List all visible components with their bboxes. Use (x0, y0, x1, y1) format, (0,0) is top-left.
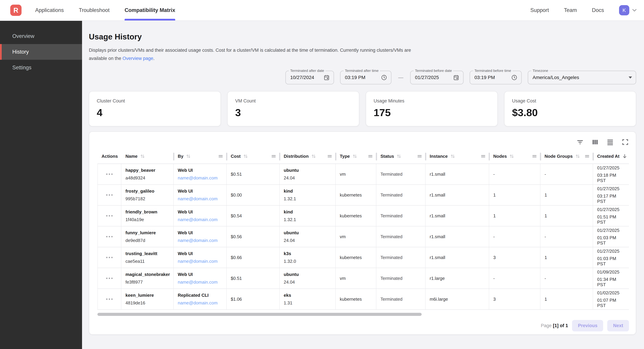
row-actions-button[interactable] (98, 185, 121, 205)
column-header-distribution[interactable]: Distribution (280, 149, 336, 164)
cell-instance: m6i.large (426, 289, 489, 309)
dropdown-arrow-icon[interactable] (628, 76, 632, 78)
sort-icon[interactable] (450, 154, 455, 159)
row-actions-button[interactable] (98, 268, 121, 289)
column-header-created-at[interactable]: Created At (593, 149, 629, 164)
calendar-icon[interactable] (323, 74, 330, 81)
row-actions-button[interactable] (98, 247, 121, 268)
sidebar: Overview History Settings (0, 21, 82, 349)
sort-icon[interactable] (243, 154, 248, 159)
sidebar-item-history[interactable]: History (0, 44, 82, 60)
column-menu-icon[interactable] (218, 154, 223, 158)
cell-type: vm (336, 268, 376, 289)
stat-value: $3.80 (512, 107, 628, 118)
column-header-instance[interactable]: Instance (426, 149, 489, 164)
sort-icon[interactable] (396, 154, 402, 159)
terminated-before-date-field[interactable]: Terminated before date 01/27/2025 (410, 71, 464, 84)
tab-troubleshoot[interactable]: Troubleshoot (79, 0, 110, 20)
replicated-logo[interactable]: R (10, 4, 22, 16)
field-value: 10/27/2024 (290, 75, 321, 80)
sidebar-item-overview[interactable]: Overview (0, 28, 82, 44)
tab-applications[interactable]: Applications (35, 0, 64, 20)
column-header-type[interactable]: Type (336, 149, 376, 164)
email-link[interactable]: name@domain.com (178, 259, 222, 264)
column-header-name[interactable]: Name (121, 149, 174, 164)
scrollbar-thumb[interactable] (98, 313, 422, 316)
field-value: 03:19 PM (474, 75, 508, 80)
clock-icon[interactable] (381, 74, 387, 81)
nav-link-team[interactable]: Team (564, 7, 577, 13)
calendar-icon[interactable] (453, 74, 460, 81)
email-link[interactable]: name@domain.com (178, 196, 222, 201)
nav-link-docs[interactable]: Docs (592, 7, 604, 13)
column-header-cost[interactable]: Cost (227, 149, 280, 164)
sort-icon[interactable] (352, 154, 358, 159)
table-row: happy_beavera48d9324Web UIname@domain.co… (98, 164, 629, 185)
columns-icon[interactable] (591, 138, 599, 146)
row-actions-button[interactable] (98, 206, 121, 226)
account-menu[interactable]: K (619, 5, 638, 15)
column-menu-icon[interactable] (417, 154, 422, 158)
sort-icon[interactable] (509, 154, 514, 159)
filter-icon[interactable] (576, 138, 584, 146)
sort-icon[interactable] (186, 154, 191, 159)
email-link[interactable]: name@domain.com (178, 280, 222, 285)
column-menu-icon[interactable] (481, 154, 486, 158)
column-header-status[interactable]: Status (376, 149, 426, 164)
sort-desc-icon[interactable] (622, 153, 628, 159)
cell-cost: $0.51 (227, 164, 280, 184)
column-header-by[interactable]: By (174, 149, 227, 164)
next-page-button[interactable]: Next (607, 320, 629, 332)
cell-status: Terminated (376, 268, 426, 289)
more-options-icon (106, 278, 113, 279)
cell-name: funny_lumierede9ed87d (121, 226, 174, 247)
cell-instance: r1.small (426, 164, 489, 184)
row-actions-button[interactable] (98, 289, 121, 309)
email-link[interactable]: name@domain.com (178, 217, 222, 222)
cell-by: Web UIname@domain.com (174, 268, 227, 289)
cell-nodes: - (489, 226, 540, 247)
cell-cost: $0.51 (227, 268, 280, 289)
previous-page-button[interactable]: Previous (572, 320, 603, 332)
nav-link-support[interactable]: Support (530, 7, 549, 13)
cell-created-at: 01/27/202501:03 PM PST (593, 247, 629, 268)
terminated-after-date-field[interactable]: Terminated after date 10/27/2024 (286, 71, 334, 84)
top-nav: R Applications Troubleshoot Compatibilit… (0, 0, 644, 21)
field-label: Timezone (531, 69, 550, 73)
app-window: R Applications Troubleshoot Compatibilit… (0, 0, 644, 349)
email-link[interactable]: name@domain.com (178, 300, 222, 306)
column-header-node-groups[interactable]: Node Groups (540, 149, 593, 164)
field-label: Terminated after date (289, 69, 326, 73)
sidebar-item-settings[interactable]: Settings (0, 60, 82, 75)
sort-icon[interactable] (140, 154, 145, 159)
density-icon[interactable] (606, 138, 614, 146)
cell-status: Terminated (376, 289, 426, 309)
terminated-after-time-field[interactable]: Terminated after time 03:19 PM (340, 71, 392, 84)
tab-compatibility-matrix[interactable]: Compatibility Matrix (124, 0, 175, 20)
field-value: 03:19 PM (345, 75, 378, 80)
usage-table-card: ActionsNameByCostDistributionTypeStatusI… (89, 131, 636, 335)
sort-icon[interactable] (575, 154, 580, 159)
sort-icon[interactable] (311, 154, 316, 159)
row-actions-button[interactable] (98, 164, 121, 184)
overview-page-link[interactable]: Overview page (122, 56, 153, 61)
column-menu-icon[interactable] (532, 154, 537, 158)
email-link[interactable]: name@domain.com (178, 175, 222, 181)
stat-card-cluster-count: Cluster Count 4 (89, 91, 221, 126)
cell-node-groups: 1 (540, 206, 593, 226)
column-header-actions[interactable]: Actions (98, 149, 121, 164)
fullscreen-icon[interactable] (622, 138, 629, 146)
column-menu-icon[interactable] (328, 154, 332, 158)
row-actions-button[interactable] (98, 226, 121, 247)
timezone-select[interactable]: Timezone America/Los_Angeles (528, 71, 636, 84)
column-menu-icon[interactable] (272, 154, 276, 158)
column-label: Cost (231, 154, 241, 159)
email-link[interactable]: name@domain.com (178, 238, 222, 243)
column-header-nodes[interactable]: Nodes (489, 149, 540, 164)
avatar[interactable]: K (619, 5, 629, 15)
column-menu-icon[interactable] (585, 154, 589, 158)
field-label: Terminated before date (414, 69, 453, 73)
clock-icon[interactable] (511, 74, 518, 81)
terminated-before-time-field[interactable]: Terminated before time 03:19 PM (470, 71, 522, 84)
column-menu-icon[interactable] (368, 154, 372, 158)
